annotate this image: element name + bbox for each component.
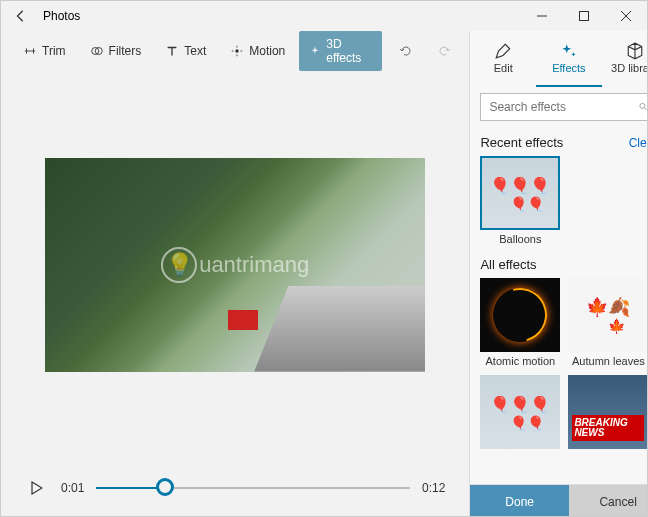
3d-effects-label: 3D effects	[326, 37, 372, 65]
current-time: 0:01	[61, 481, 84, 495]
atomic-thumb	[480, 278, 560, 352]
motion-label: Motion	[249, 44, 285, 58]
sparkle-icon	[309, 44, 321, 58]
seek-track[interactable]	[96, 487, 410, 489]
effect-label: Atomic motion	[486, 355, 556, 367]
panel-actions: Done Cancel	[470, 484, 648, 517]
search-icon	[639, 100, 648, 114]
tab-library[interactable]: 3D library	[602, 31, 648, 87]
close-button[interactable]	[605, 1, 647, 31]
recent-effects-title: Recent effects	[480, 135, 563, 150]
text-label: Text	[184, 44, 206, 58]
search-box[interactable]	[480, 93, 648, 121]
all-effects-title: All effects	[480, 257, 536, 272]
done-button[interactable]: Done	[470, 485, 569, 517]
search-input[interactable]	[489, 100, 639, 114]
trim-button[interactable]: Trim	[13, 38, 76, 64]
redo-button[interactable]	[430, 35, 458, 67]
app-title: Photos	[43, 9, 80, 23]
effect-balloons-all[interactable]	[480, 375, 560, 452]
play-icon	[31, 481, 43, 495]
effect-label: Balloons	[499, 233, 541, 245]
effect-atomic-motion[interactable]: Atomic motion	[480, 278, 560, 367]
effect-autumn-leaves[interactable]: Autumn leaves	[568, 278, 648, 367]
tab-effects-label: Effects	[552, 62, 585, 74]
filters-icon	[90, 44, 104, 58]
effect-breaking-news[interactable]	[568, 375, 648, 452]
clear-link[interactable]: Clear	[629, 136, 648, 150]
tab-effects[interactable]: Effects	[536, 31, 602, 87]
text-button[interactable]: Text	[155, 38, 216, 64]
balloons-thumb	[480, 156, 560, 230]
text-icon	[165, 44, 179, 58]
video-preview[interactable]	[45, 158, 425, 372]
filters-button[interactable]: Filters	[80, 38, 152, 64]
track-progress	[96, 487, 165, 489]
maximize-button[interactable]	[563, 1, 605, 31]
svg-point-6	[235, 49, 239, 53]
balloons-thumb	[480, 375, 560, 449]
cube-icon	[626, 42, 644, 60]
maximize-icon	[579, 11, 589, 21]
window-controls	[521, 1, 647, 31]
undo-icon	[398, 43, 414, 59]
tab-edit[interactable]: Edit	[470, 31, 536, 87]
timeline: 0:01 0:12	[1, 458, 469, 517]
cancel-button[interactable]: Cancel	[569, 485, 648, 517]
motion-button[interactable]: Motion	[220, 38, 295, 64]
panel-tabs: Edit Effects 3D library	[470, 31, 648, 87]
minimize-icon	[537, 11, 547, 21]
toolbar: Trim Filters Text Motion 3D effects	[1, 31, 469, 71]
effect-label: Autumn leaves	[572, 355, 645, 367]
autumn-thumb	[568, 278, 648, 352]
arrow-left-icon	[14, 9, 28, 23]
back-button[interactable]	[9, 4, 33, 28]
trim-icon	[23, 44, 37, 58]
sparkles-icon	[560, 42, 578, 60]
close-icon	[621, 11, 631, 21]
seek-knob[interactable]	[156, 478, 174, 496]
effect-balloons[interactable]: Balloons	[480, 156, 560, 245]
motion-icon	[230, 44, 244, 58]
3d-effects-button[interactable]: 3D effects	[299, 31, 382, 71]
pencil-icon	[494, 42, 512, 60]
breaking-thumb	[568, 375, 648, 449]
svg-line-8	[645, 108, 647, 110]
svg-point-7	[640, 103, 645, 108]
redo-icon	[436, 43, 452, 59]
undo-button[interactable]	[392, 35, 420, 67]
editor-pane: Trim Filters Text Motion 3D effects	[1, 31, 469, 517]
tab-edit-label: Edit	[494, 62, 513, 74]
canvas-area: 💡 uantrimang	[1, 71, 469, 458]
svg-rect-1	[580, 12, 589, 21]
total-time: 0:12	[422, 481, 445, 495]
tab-library-label: 3D library	[611, 62, 648, 74]
play-button[interactable]	[25, 476, 49, 500]
minimize-button[interactable]	[521, 1, 563, 31]
effects-panel: Edit Effects 3D library Recent effects C…	[469, 31, 648, 517]
titlebar: Photos	[1, 1, 647, 31]
trim-label: Trim	[42, 44, 66, 58]
filters-label: Filters	[109, 44, 142, 58]
